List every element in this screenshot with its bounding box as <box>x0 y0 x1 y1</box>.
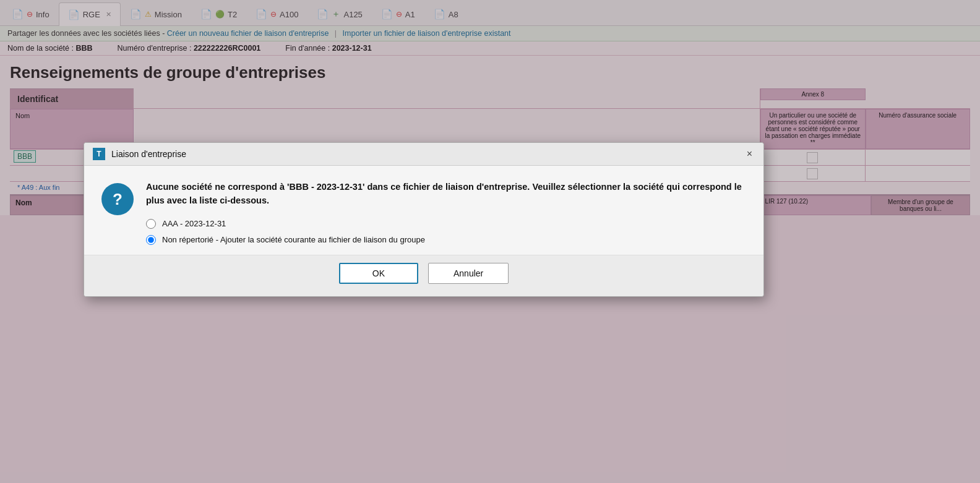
dialog-title-bar: T Liaison d'entreprise × <box>84 143 763 166</box>
dialog-title-text: Liaison d'entreprise <box>111 149 738 159</box>
dialog-options: AAA - 2023-12-31 Non répertorié - Ajoute… <box>146 219 746 245</box>
dialog-question-icon: ? <box>101 183 134 215</box>
ok-button[interactable]: OK <box>339 263 418 284</box>
dialog-title-icon: T <box>93 148 105 160</box>
dialog-content: Aucune société ne correspond à 'BBB - 20… <box>146 181 746 245</box>
radio-aaa[interactable] <box>146 219 156 229</box>
cancel-button[interactable]: Annuler <box>428 263 509 284</box>
radio-aaa-label: AAA - 2023-12-31 <box>162 219 226 228</box>
liaison-dialog: T Liaison d'entreprise × ? Aucune sociét… <box>84 142 764 297</box>
radio-option-aaa[interactable]: AAA - 2023-12-31 <box>146 219 746 229</box>
radio-option-non[interactable]: Non répertorié - Ajouter la société cour… <box>146 235 746 245</box>
dialog-body: ? Aucune société ne correspond à 'BBB - … <box>84 166 763 255</box>
dialog-close-button[interactable]: × <box>744 149 755 159</box>
radio-non-label: Non répertorié - Ajouter la société cour… <box>162 235 425 244</box>
radio-non[interactable] <box>146 235 156 245</box>
dialog-footer: OK Annuler <box>84 255 763 296</box>
dialog-message: Aucune société ne correspond à 'BBB - 20… <box>146 181 746 208</box>
